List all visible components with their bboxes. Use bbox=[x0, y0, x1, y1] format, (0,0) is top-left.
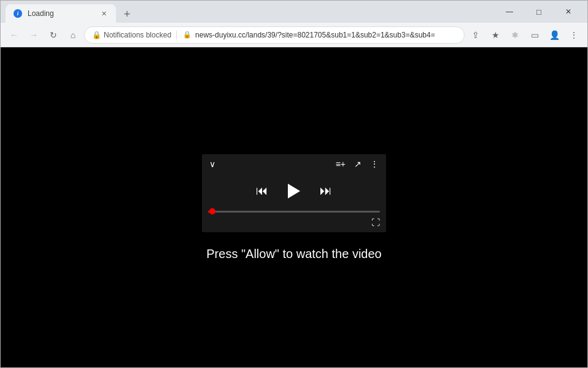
player-playlist-icon[interactable]: ≡+ bbox=[336, 159, 346, 169]
refresh-button[interactable]: ↻ bbox=[45, 26, 62, 44]
progress-dot bbox=[209, 208, 215, 214]
player-chevron-down-icon[interactable]: ∨ bbox=[209, 159, 215, 169]
page-content: ∨ ≡+ ↗ ⋮ ⏮ ⏭ ⛶ bbox=[1, 47, 587, 367]
new-tab-button[interactable]: + bbox=[118, 6, 136, 23]
tab-title: Loading bbox=[28, 9, 94, 18]
player-bottom-bar: ⛶ bbox=[202, 217, 386, 232]
tab-favicon-circle bbox=[14, 9, 22, 18]
notification-blocked-indicator[interactable]: 🔒 Notifications blocked bbox=[92, 31, 177, 39]
forward-button[interactable]: → bbox=[25, 26, 42, 44]
lock-icon: 🔒 bbox=[183, 31, 191, 39]
video-player: ∨ ≡+ ↗ ⋮ ⏮ ⏭ ⛶ bbox=[202, 154, 386, 232]
tab-favicon bbox=[13, 9, 23, 18]
maximize-button[interactable] bbox=[525, 2, 553, 22]
notification-blocked-icon: 🔒 bbox=[92, 31, 101, 39]
profile-button[interactable]: 👤 bbox=[546, 26, 563, 44]
player-more-icon[interactable]: ⋮ bbox=[370, 159, 379, 169]
skip-next-button[interactable]: ⏭ bbox=[320, 184, 332, 198]
url-text: news-duyixu.cc/lands/39/?site=8021705&su… bbox=[195, 31, 457, 39]
back-button[interactable]: ← bbox=[6, 26, 23, 44]
close-button[interactable] bbox=[554, 2, 582, 22]
maximize-icon bbox=[536, 7, 541, 17]
tab-close-button[interactable]: ✕ bbox=[99, 9, 109, 18]
player-right-icons: ≡+ ↗ ⋮ bbox=[336, 159, 379, 169]
close-icon bbox=[565, 7, 571, 16]
active-tab[interactable]: Loading ✕ bbox=[6, 4, 116, 23]
browser-window: Loading ✕ + ← → ↻ ⌂ 🔒 Notifications blo bbox=[0, 0, 588, 368]
menu-button[interactable]: ⋮ bbox=[565, 26, 582, 44]
home-button[interactable]: ⌂ bbox=[64, 26, 82, 44]
player-progress[interactable] bbox=[202, 211, 386, 217]
navigation-bar: ← → ↻ ⌂ 🔒 Notifications blocked 🔒 news-d… bbox=[1, 23, 587, 47]
progress-bar bbox=[208, 211, 380, 213]
extensions-button[interactable]: ⚛ bbox=[506, 26, 524, 44]
tab-area: Loading ✕ + bbox=[6, 1, 495, 23]
title-bar: Loading ✕ + bbox=[1, 1, 587, 23]
sidebar-button[interactable]: ▭ bbox=[526, 26, 543, 44]
window-controls bbox=[495, 2, 582, 22]
nav-actions: ⇪ ★ ⚛ ▭ 👤 ⋮ bbox=[467, 26, 582, 44]
skip-previous-button[interactable]: ⏮ bbox=[256, 184, 268, 198]
notification-blocked-text: Notifications blocked bbox=[104, 31, 171, 39]
bookmark-button[interactable]: ★ bbox=[487, 26, 504, 44]
minimize-icon bbox=[506, 7, 513, 16]
address-bar[interactable]: 🔒 Notifications blocked 🔒 news-duyixu.cc… bbox=[84, 26, 465, 44]
player-top-bar: ∨ ≡+ ↗ ⋮ bbox=[202, 154, 386, 174]
player-share-icon[interactable]: ↗ bbox=[354, 159, 362, 169]
share-button[interactable]: ⇪ bbox=[467, 26, 484, 44]
play-icon bbox=[288, 184, 300, 198]
player-controls: ⏮ ⏭ bbox=[202, 174, 386, 211]
allow-message: Press "Allow" to watch the video bbox=[206, 247, 381, 261]
minimize-button[interactable] bbox=[495, 2, 524, 22]
play-button[interactable] bbox=[288, 184, 300, 198]
fullscreen-button[interactable]: ⛶ bbox=[371, 217, 380, 227]
